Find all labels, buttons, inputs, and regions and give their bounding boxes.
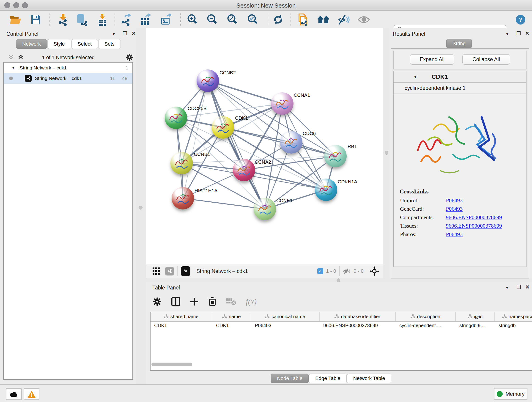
node-ccnb1[interactable] [171,152,193,174]
tab-node-table[interactable]: Node Table [271,374,309,383]
results-menu-icon[interactable]: ▼ [505,32,509,36]
grid-view-icon[interactable] [152,267,160,275]
column-header-name[interactable]: name [212,312,251,321]
node-cdc6[interactable] [280,131,302,153]
tab-network-table[interactable]: Network Table [347,374,391,383]
network-row[interactable]: String Network – cdk1 11 48 [4,73,133,84]
node-hist1h1a[interactable] [172,187,194,210]
column-header-namespace[interactable]: namespace [495,312,532,321]
selected-checkbox-icon[interactable]: ✓ [317,268,323,274]
first-neighbors-icon[interactable] [317,13,330,26]
node-ccne1[interactable] [254,198,276,220]
zoom-fit-icon[interactable] [226,13,239,26]
collection-expander-icon[interactable]: ▼ [12,66,15,70]
table-cell[interactable]: 9606.ENSP00000378699 [323,323,394,328]
show-all-icon[interactable] [357,13,370,26]
table-close-icon[interactable]: ✕ [525,284,530,290]
column-header-description[interactable]: description [396,312,456,321]
network-canvas[interactable]: CCNB2CCNA1CDC25BCDK1CDC6RB1CCNB1CCNA2CDK… [146,28,383,264]
tab-select[interactable]: Select [71,39,98,49]
node-label-hist1h1a: HIST1H1A [195,188,217,193]
export-table-icon[interactable] [139,13,152,26]
crosslink-link[interactable]: 9606.ENSP00000378699 [446,214,502,220]
node-rb1[interactable] [324,145,347,167]
table-cell[interactable]: CDK1 [216,323,250,328]
table-float-icon[interactable]: ❒ [517,284,521,290]
table-columns-icon[interactable] [171,297,180,306]
column-header-database-identifier[interactable]: database identifier [320,312,396,321]
protein-thumbnail-icon [199,73,217,88]
open-session-icon[interactable] [9,13,22,26]
node-cdc25b[interactable] [165,107,187,129]
help-icon[interactable]: ? [514,13,527,26]
node-ccna2[interactable] [233,159,255,181]
memory-button[interactable]: Memory [494,388,527,400]
save-session-icon[interactable] [29,13,42,26]
panel-close-icon[interactable]: ✕ [132,31,136,36]
hide-selected-icon[interactable] [337,13,350,26]
table-cell[interactable]: stringdb:9... [459,323,494,328]
table-cell[interactable]: stringdb [499,323,532,328]
cloud-button[interactable] [6,389,22,400]
node-table[interactable]: shared namenamecanonical namedatabase id… [150,312,532,371]
pan-crosshair-icon[interactable] [370,266,379,276]
table-cell[interactable]: cyclin-dependent ... [399,323,454,328]
tab-style[interactable]: Style [47,39,71,49]
zoom-in-icon[interactable] [186,13,199,26]
hidden-eye-icon[interactable] [343,268,351,274]
table-cell[interactable]: P06493 [255,323,318,328]
panel-menu-icon[interactable]: ▼ [112,32,116,36]
node-cdk1[interactable] [212,116,234,139]
export-image-icon[interactable] [160,13,173,26]
panel-float-icon[interactable]: ❒ [123,31,127,36]
zoom-out-icon[interactable] [206,13,219,26]
column-header-canonical-name[interactable]: canonical name [251,312,320,321]
node-ccnb2[interactable] [196,70,219,92]
results-float-icon[interactable]: ❒ [516,31,521,36]
table-delete-icon[interactable] [208,297,216,306]
table-remove-icon[interactable] [226,298,236,305]
left-splitter[interactable] [136,28,146,384]
column-header-shared-name[interactable]: shared name [151,312,212,321]
crosslink-link[interactable]: P06493 [446,206,462,212]
warning-button[interactable] [24,389,39,400]
tab-sets[interactable]: Sets [98,39,121,49]
clone-network-icon[interactable] [297,13,309,26]
table-cell[interactable]: CDK1 [154,323,211,328]
node-label-ccnb1: CCNB1 [194,152,210,157]
results-close-icon[interactable]: ✕ [525,31,529,36]
fx-icon[interactable]: f(x) [246,297,257,306]
collapse-all-button[interactable]: Collapse All [462,54,510,65]
right-splitter[interactable] [383,28,389,279]
expand-all-button[interactable]: Expand All [410,54,454,65]
node-cdkn1a[interactable] [315,179,337,201]
protein-thumbnail-icon [317,182,335,197]
crosslink-link[interactable]: 9606.ENSP00000378699 [446,223,502,229]
table-add-icon[interactable] [190,297,199,306]
horizontal-splitter[interactable] [146,278,532,282]
crosslink-link[interactable]: P06493 [446,231,462,237]
tab-edge-table[interactable]: Edge Table [309,374,347,383]
results-panel-title: Results Panel [393,31,425,37]
gene-expander-icon[interactable]: ▼ [413,75,418,79]
table-panel: Table Panel ▼ ❒ ✕ f(x) shared namenameca… [146,282,532,384]
refresh-icon[interactable] [272,13,285,26]
table-gear-icon[interactable] [153,297,162,306]
crosslink-link[interactable]: P06493 [446,197,462,204]
network-options-gear-icon[interactable] [126,53,133,61]
import-network-file-icon[interactable] [56,13,69,26]
tab-network[interactable]: Network [16,39,47,49]
import-table-icon[interactable] [96,13,109,26]
tab-string[interactable]: String [446,39,472,48]
import-network-database-icon[interactable] [75,13,88,26]
table-hscrollbar[interactable] [152,363,192,366]
table-menu-icon[interactable]: ▼ [505,286,509,290]
gene-entry-header[interactable]: ▼ CDK1 [394,71,526,83]
zoom-selected-icon[interactable] [246,13,259,26]
export-network-icon[interactable] [120,13,133,26]
share-view-icon[interactable] [165,267,174,275]
network-collection-row[interactable]: ▼ String Network – cdk1 1 [4,63,133,73]
column-header--id[interactable]: @id [456,312,495,321]
birdseye-icon[interactable] [181,266,190,276]
node-ccna1[interactable] [271,92,293,115]
